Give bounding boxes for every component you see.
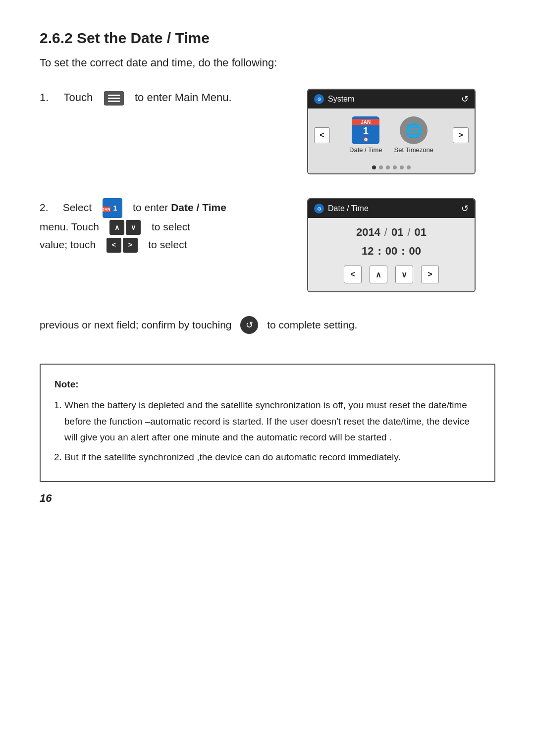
page-number: 16 xyxy=(40,492,495,505)
value-touch-label: value; touch xyxy=(40,239,96,250)
section-title: 2.6.2 Set the Date / Time xyxy=(40,30,495,47)
tsep2: : xyxy=(401,245,405,258)
step-1-row: 1. Touch to enter Main Menu. ⚙ System ↺ xyxy=(40,89,495,174)
refresh-icon: ↺ xyxy=(461,94,469,105)
dt-header-left: ⚙ Date / Time xyxy=(314,204,369,214)
timezone-icon-box: 🌐 xyxy=(400,116,428,144)
datetime-icon-box: JAN 1 ⏰ xyxy=(352,116,379,144)
sep1: / xyxy=(384,226,387,239)
menu-icon xyxy=(104,91,124,106)
select-label: Select xyxy=(63,202,92,213)
datetime-mini-icon: JAN 1⏰ xyxy=(103,198,122,218)
left-right-arrows-icon: < > xyxy=(107,238,138,253)
dot-3 xyxy=(386,165,390,169)
datetime-label: Date / Time xyxy=(349,146,382,154)
right-arrow-btn: > xyxy=(123,238,138,253)
settings-icon: ⚙ xyxy=(314,94,324,104)
datetime-screen-header: ⚙ Date / Time ↺ xyxy=(308,199,475,218)
continuation-prefix: previous or next field; confirm by touch… xyxy=(40,316,232,334)
step-2-row: 2. Select JAN 1⏰ to enter Date / Time me… xyxy=(40,198,495,292)
menu-touch-label: menu. Touch xyxy=(40,221,99,232)
to-enter-label: to enter xyxy=(133,202,171,213)
system-screen: ⚙ System ↺ < JAN 1 ⏰ Date / Time xyxy=(307,89,476,174)
screen-nav-row: < JAN 1 ⏰ Date / Time 🌐 Set Tim xyxy=(308,108,475,162)
dt-nav-row: < ∧ ∨ > xyxy=(316,266,467,283)
dot-5 xyxy=(400,165,404,169)
note-item-1: When the battery is depleted and the sat… xyxy=(64,397,481,445)
day-value: 01 xyxy=(415,226,427,239)
right-nav-btn[interactable]: > xyxy=(453,127,469,143)
note-list: When the battery is depleted and the sat… xyxy=(54,397,481,465)
menu-line-3 xyxy=(108,101,120,102)
month-value: 01 xyxy=(391,226,403,239)
screen-dots xyxy=(308,162,475,173)
datetime-screen-body: 2014 / 01 / 01 12 : 00 : 00 < ∧ ∨ xyxy=(308,218,475,291)
date-time-bold: Date / Time xyxy=(171,202,226,213)
to-select-label: to select xyxy=(152,221,190,232)
dot-2 xyxy=(379,165,383,169)
sep2: / xyxy=(407,226,410,239)
dt-up-btn[interactable]: ∧ xyxy=(370,266,387,283)
time-values-row: 12 : 00 : 00 xyxy=(316,245,467,258)
system-title: System xyxy=(328,95,354,104)
tsep1: : xyxy=(377,245,381,258)
step-2-number: 2. xyxy=(40,202,49,213)
step-1-screen: ⚙ System ↺ < JAN 1 ⏰ Date / Time xyxy=(307,89,495,174)
intro-text: To set the correct date and time, do the… xyxy=(40,54,287,71)
dt-down-btn[interactable]: ∨ xyxy=(395,266,413,283)
step-1-instruction: 1. Touch to enter Main Menu. xyxy=(40,89,287,106)
minute-value: 00 xyxy=(385,245,397,258)
confirm-icon xyxy=(240,316,258,334)
step-2-screen: ⚙ Date / Time ↺ 2014 / 01 / 01 12 : 00 : xyxy=(307,198,495,292)
screen-center-icons: JAN 1 ⏰ Date / Time 🌐 Set Timezone xyxy=(349,116,433,154)
second-value: 00 xyxy=(409,245,421,258)
datetime-icon-item: JAN 1 ⏰ Date / Time xyxy=(349,116,382,154)
down-arrow-btn: ∨ xyxy=(126,220,141,235)
dt-left-btn[interactable]: < xyxy=(344,266,362,283)
left-nav-btn[interactable]: < xyxy=(314,127,330,143)
year-value: 2014 xyxy=(356,226,380,239)
step-1-content: 1. Touch to enter Main Menu. xyxy=(40,89,287,110)
timezone-label: Set Timezone xyxy=(394,146,433,154)
date-values-row: 2014 / 01 / 01 xyxy=(316,226,467,239)
menu-line-1 xyxy=(108,95,120,96)
menu-line-2 xyxy=(108,98,120,99)
datetime-screen: ⚙ Date / Time ↺ 2014 / 01 / 01 12 : 00 : xyxy=(307,198,476,292)
dot-4 xyxy=(393,165,397,169)
note-box: Note: When the battery is depleted and t… xyxy=(40,364,495,482)
step-2-instruction: 2. Select JAN 1⏰ to enter Date / Time me… xyxy=(40,198,287,253)
dt-settings-icon: ⚙ xyxy=(314,204,324,214)
dt-right-btn[interactable]: > xyxy=(421,266,439,283)
note-title: Note: xyxy=(54,377,481,392)
hour-value: 12 xyxy=(362,245,374,258)
clock-symbol: ⏰ xyxy=(363,137,369,142)
continuation-text: previous or next field; confirm by touch… xyxy=(40,316,495,334)
continuation-suffix: to complete setting. xyxy=(267,316,357,334)
left-arrow-btn: < xyxy=(107,238,121,253)
up-arrow-btn: ∧ xyxy=(109,220,124,235)
note-item-2: But if the satellite synchronized ,the d… xyxy=(64,449,481,465)
dot-6 xyxy=(407,165,411,169)
jan-bar: JAN xyxy=(103,207,110,212)
to-label-1: to enter Main Menu. xyxy=(135,91,232,104)
to-select-label-2: to select xyxy=(148,239,187,250)
datetime-screen-title: Date / Time xyxy=(328,204,369,213)
day-number: 1 xyxy=(363,125,369,137)
step-1-number: 1. xyxy=(40,91,49,104)
touch-label: Touch xyxy=(64,91,93,104)
step-2-content: 2. Select JAN 1⏰ to enter Date / Time me… xyxy=(40,198,287,253)
timezone-icon-item: 🌐 Set Timezone xyxy=(394,116,433,154)
system-screen-header: ⚙ System ↺ xyxy=(308,90,475,108)
dt-refresh-icon: ↺ xyxy=(461,203,469,214)
jan-label: JAN xyxy=(352,119,379,125)
header-left: ⚙ System xyxy=(314,94,354,104)
up-down-arrows-icon: ∧ ∨ xyxy=(109,220,141,235)
dot-1 xyxy=(372,165,376,169)
